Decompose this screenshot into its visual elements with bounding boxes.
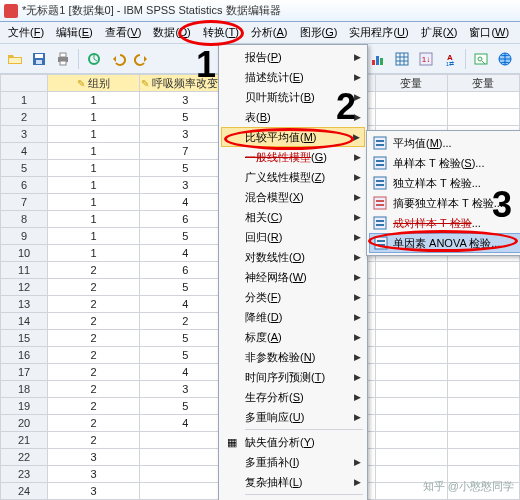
row-header[interactable]: 18 <box>1 381 48 398</box>
find-button[interactable] <box>470 48 492 70</box>
col-header[interactable]: 变量 <box>447 75 519 92</box>
menu-扩展[interactable]: 扩展(X) <box>415 23 464 42</box>
globe-button[interactable] <box>494 48 516 70</box>
cell[interactable] <box>447 364 519 381</box>
menu-item-报告[interactable]: 报告(P)▶ <box>221 47 365 67</box>
cell[interactable]: 2 <box>48 381 140 398</box>
cell[interactable] <box>375 330 447 347</box>
row-header[interactable]: 23 <box>1 466 48 483</box>
cell[interactable] <box>375 466 447 483</box>
cell[interactable]: 3 <box>48 449 140 466</box>
menu-item-对数线性[interactable]: 对数线性(O)▶ <box>221 247 365 267</box>
submenu-item-成对样本 T 检验[interactable]: 成对样本 T 检验... <box>369 213 520 233</box>
row-header[interactable]: 12 <box>1 279 48 296</box>
cell[interactable]: 1 <box>48 109 140 126</box>
menu-实用程序[interactable]: 实用程序(U) <box>343 23 414 42</box>
menu-窗口[interactable]: 窗口(W) <box>463 23 515 42</box>
cell[interactable]: 1 <box>48 92 140 109</box>
cell[interactable] <box>375 364 447 381</box>
row-header[interactable]: 16 <box>1 347 48 364</box>
menu-item-多重插补[interactable]: 多重插补(I)▶ <box>221 452 365 472</box>
menu-item-比较平均值[interactable]: 比较平均值(M)▶ <box>221 127 365 147</box>
grid-button[interactable] <box>391 48 413 70</box>
open-button[interactable] <box>4 48 26 70</box>
row-header[interactable]: 1 <box>1 92 48 109</box>
menu-item-时间序列预测[interactable]: 时间序列预测(T)▶ <box>221 367 365 387</box>
submenu-item-独立样本 T 检验[interactable]: 独立样本 T 检验... <box>369 173 520 193</box>
row-header[interactable]: 24 <box>1 483 48 500</box>
menu-帮助[interactable]: 帮助(H) <box>515 23 520 42</box>
cell[interactable] <box>447 347 519 364</box>
row-header[interactable]: 8 <box>1 211 48 228</box>
cell[interactable]: 1 <box>48 126 140 143</box>
menu-item-相关[interactable]: 相关(C)▶ <box>221 207 365 227</box>
menu-item-神经网络[interactable]: 神经网络(W)▶ <box>221 267 365 287</box>
row-header[interactable]: 13 <box>1 296 48 313</box>
cell[interactable]: 1 <box>48 228 140 245</box>
recall-button[interactable] <box>83 48 105 70</box>
cell[interactable] <box>375 449 447 466</box>
row-header[interactable]: 19 <box>1 398 48 415</box>
submenu-item-单因素 ANOVA 检验[interactable]: 单因素 ANOVA 检验... <box>369 233 520 253</box>
save-button[interactable] <box>28 48 50 70</box>
row-header[interactable]: 22 <box>1 449 48 466</box>
row-header[interactable]: 7 <box>1 194 48 211</box>
menu-item-非参数检验[interactable]: 非参数检验(N)▶ <box>221 347 365 367</box>
row-header[interactable]: 10 <box>1 245 48 262</box>
cell[interactable] <box>447 330 519 347</box>
vars-button[interactable]: 1↓ <box>415 48 437 70</box>
cell[interactable]: 1 <box>48 245 140 262</box>
row-header[interactable]: 15 <box>1 330 48 347</box>
menu-item-多重响应[interactable]: 多重响应(U)▶ <box>221 407 365 427</box>
menu-item-描述统计[interactable]: 描述统计(E)▶ <box>221 67 365 87</box>
cell[interactable]: 2 <box>48 296 140 313</box>
row-header[interactable]: 6 <box>1 177 48 194</box>
cell[interactable] <box>447 262 519 279</box>
cell[interactable] <box>375 398 447 415</box>
submenu-item-平均值[interactable]: 平均值(M)... <box>369 133 520 153</box>
menu-item-表[interactable]: 表(B)▶ <box>221 107 365 127</box>
cell[interactable] <box>447 313 519 330</box>
cell[interactable] <box>375 279 447 296</box>
row-header[interactable]: 21 <box>1 432 48 449</box>
cell[interactable] <box>375 347 447 364</box>
row-header[interactable]: 11 <box>1 262 48 279</box>
cell[interactable]: 2 <box>48 364 140 381</box>
menu-item-回归[interactable]: 回归(R)▶ <box>221 227 365 247</box>
row-header[interactable]: 20 <box>1 415 48 432</box>
cell[interactable]: 2 <box>48 313 140 330</box>
submenu-item-摘要独立样本 T 检验[interactable]: 摘要独立样本 T 检验... <box>369 193 520 213</box>
menu-转换[interactable]: 转换(T) <box>197 23 245 42</box>
menu-item-复杂抽样[interactable]: 复杂抽样(L)▶ <box>221 472 365 492</box>
cell[interactable] <box>375 296 447 313</box>
cell[interactable]: 1 <box>48 160 140 177</box>
menu-数据[interactable]: 数据(D) <box>147 23 196 42</box>
menu-分析[interactable]: 分析(A) <box>245 23 294 42</box>
cell[interactable] <box>447 449 519 466</box>
cell[interactable] <box>447 381 519 398</box>
menu-图形[interactable]: 图形(G) <box>294 23 344 42</box>
cell[interactable]: 3 <box>48 466 140 483</box>
cell[interactable]: 1 <box>48 177 140 194</box>
menu-item-缺失值分析[interactable]: ▦缺失值分析(Y) <box>221 432 365 452</box>
row-header[interactable]: 9 <box>1 228 48 245</box>
cell[interactable] <box>447 279 519 296</box>
row-header[interactable]: 17 <box>1 364 48 381</box>
cell[interactable] <box>447 109 519 126</box>
menu-查看[interactable]: 查看(V) <box>99 23 148 42</box>
cell[interactable]: 1 <box>48 211 140 228</box>
cell[interactable]: 2 <box>48 415 140 432</box>
col-header[interactable]: 变量 <box>375 75 447 92</box>
menu-item-生存分析[interactable]: 生存分析(S)▶ <box>221 387 365 407</box>
a14-button[interactable]: A1⇄ <box>439 48 461 70</box>
cell[interactable]: 1 <box>48 143 140 160</box>
row-header[interactable]: 4 <box>1 143 48 160</box>
cell[interactable] <box>447 466 519 483</box>
undo-button[interactable] <box>107 48 129 70</box>
cell[interactable] <box>375 483 447 500</box>
cell[interactable]: 2 <box>48 432 140 449</box>
cell[interactable] <box>447 483 519 500</box>
menu-item-一般线性模型[interactable]: 一般线性模型(G)▶ <box>221 147 365 167</box>
cell[interactable] <box>375 109 447 126</box>
cell[interactable] <box>375 313 447 330</box>
